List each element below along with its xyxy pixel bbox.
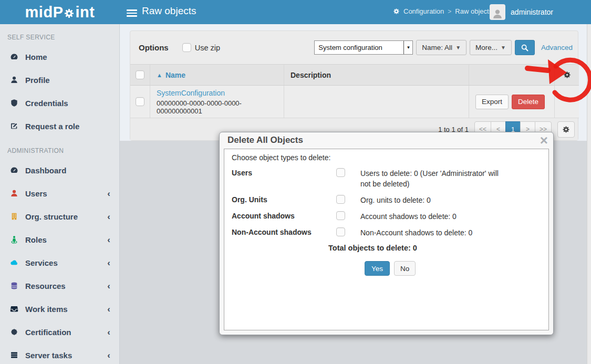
account-shadows-info: Account shadows to delete: 0: [360, 211, 503, 222]
select-arrow-icon: ▼: [403, 41, 412, 54]
sidebar-item-server-tasks[interactable]: Server tasks ‹: [0, 344, 119, 364]
name-filter-label: Name: All: [422, 44, 452, 51]
column-header-actions: [469, 64, 555, 86]
use-zip-label: Use zip: [195, 44, 220, 52]
column-header-config: [555, 64, 579, 86]
cloud-icon: [10, 258, 18, 267]
org-units-checkbox[interactable]: [336, 195, 345, 204]
options-toolbar: Options Use zip System configuration ▼ N…: [130, 31, 578, 64]
export-button[interactable]: Export: [475, 95, 509, 109]
sidebar-item-work-items[interactable]: Work items ‹: [0, 297, 119, 320]
sidebar-item-request-a-role[interactable]: Request a role: [0, 115, 119, 138]
inbox-icon: [10, 305, 18, 313]
no-button[interactable]: No: [394, 261, 416, 276]
more-dropdown[interactable]: More... ▼: [470, 40, 512, 55]
caret-down-icon: ▼: [501, 45, 506, 50]
objects-table: ▲ Name Description SystemConfiguration 0…: [130, 64, 578, 118]
street-view-icon: [10, 235, 18, 244]
chevron-left-icon: ‹: [107, 258, 110, 267]
object-type-select-value: System configuration: [315, 44, 403, 51]
breadcrumb-current[interactable]: Raw objects: [455, 7, 492, 15]
chevron-left-icon: ‹: [107, 235, 110, 244]
sidebar-item-label: Roles: [25, 235, 47, 244]
search-icon: [521, 44, 529, 52]
table-settings-button[interactable]: [557, 121, 575, 138]
sidebar-item-label: Dashboard: [25, 166, 66, 175]
delete-button[interactable]: Delete: [512, 95, 545, 109]
description-column-label: Description: [291, 71, 331, 79]
delete-all-objects-dialog: Delete All Objects × Choose object types…: [219, 132, 554, 335]
use-zip-checkbox[interactable]: [182, 43, 191, 52]
options-label: Options: [139, 43, 169, 52]
sidebar-item-org-structure[interactable]: Org. structure ‹: [0, 205, 119, 228]
name-filter-dropdown[interactable]: Name: All ▼: [416, 40, 466, 55]
raw-objects-panel: Options Use zip System configuration ▼ N…: [130, 30, 578, 141]
chevron-left-icon: ‹: [107, 189, 110, 198]
select-all-checkbox[interactable]: [136, 70, 144, 79]
object-type-select[interactable]: System configuration ▼: [314, 40, 413, 55]
database-icon: [10, 282, 18, 290]
sidebar-item-label: Services: [25, 258, 58, 267]
use-zip-option[interactable]: Use zip: [182, 43, 220, 52]
top-header: midPint Raw objects Configuration > Raw …: [0, 0, 591, 24]
sidebar-item-dashboard[interactable]: Dashboard: [0, 159, 119, 182]
user-menu[interactable]: administrator: [490, 4, 553, 20]
header-select-all-cell: [130, 64, 150, 86]
sidebar-item-credentials[interactable]: Credentials: [0, 91, 119, 115]
breadcrumb-section[interactable]: Configuration: [403, 7, 444, 15]
users-checkbox[interactable]: [336, 168, 345, 177]
logo-text-post: int: [75, 4, 95, 21]
object-oid: 00000000-0000-0000-0000-000000000001: [157, 99, 284, 115]
tachometer-icon: [10, 53, 18, 61]
users-label: Users: [232, 168, 336, 189]
row-checkbox[interactable]: [136, 97, 144, 106]
sidebar-toggle-button[interactable]: [127, 8, 137, 18]
sidebar-item-home[interactable]: Home: [0, 45, 119, 68]
close-icon[interactable]: ×: [540, 132, 548, 149]
sidebar-item-label: Resources: [25, 282, 66, 290]
sidebar-item-users[interactable]: Users ‹: [0, 182, 119, 205]
non-account-shadows-checkbox[interactable]: [336, 227, 345, 236]
advanced-search-link[interactable]: Advanced: [541, 44, 573, 51]
sidebar-item-label: Profile: [25, 76, 50, 85]
logo-gear-icon: [64, 4, 75, 22]
chevron-left-icon: ‹: [107, 328, 110, 337]
object-name-link[interactable]: SystemConfiguration: [157, 89, 225, 97]
sidebar-item-label: Users: [25, 189, 47, 198]
sidebar-item-label: Home: [25, 53, 47, 61]
breadcrumb-separator: >: [448, 8, 451, 15]
scrollbar-track[interactable]: [587, 24, 591, 364]
sidebar-item-profile[interactable]: Profile: [0, 68, 119, 91]
page-title: Raw objects: [142, 5, 196, 17]
column-header-name[interactable]: ▲ Name: [150, 64, 284, 86]
search-button[interactable]: [515, 40, 535, 55]
chevron-left-icon: ‹: [107, 305, 110, 314]
sidebar-item-services[interactable]: Services ‹: [0, 251, 119, 274]
chevron-left-icon: ‹: [107, 212, 110, 221]
users-icon: [10, 189, 18, 197]
sidebar-item-label: Certification: [25, 328, 71, 337]
sidebar-item-certification[interactable]: Certification ‹: [0, 320, 119, 344]
breadcrumb: Configuration > Raw objects: [393, 7, 492, 15]
app-logo[interactable]: midPint: [0, 0, 120, 24]
sidebar-section-self-service: SELF SERVICE: [0, 24, 119, 45]
org-units-info: Org. units to delete: 0: [360, 195, 503, 205]
row-name-cell: SystemConfiguration 00000000-0000-0000-0…: [150, 86, 284, 118]
dialog-prompt: Choose object types to delete:: [224, 149, 548, 162]
row-description-cell: [284, 86, 469, 118]
gear-icon[interactable]: [563, 71, 571, 79]
sidebar-item-resources[interactable]: Resources ‹: [0, 274, 119, 297]
edit-icon: [10, 122, 18, 130]
building-icon: [10, 212, 18, 221]
yes-button[interactable]: Yes: [365, 261, 390, 276]
tachometer-icon: [10, 166, 18, 174]
column-header-description: Description: [284, 64, 469, 86]
sidebar: SELF SERVICE Home Profile Credentials Re…: [0, 24, 120, 364]
org-units-label: Org. Units: [232, 195, 336, 205]
username: administrator: [511, 8, 553, 16]
dialog-title: Delete All Objects: [227, 135, 303, 145]
sidebar-item-roles[interactable]: Roles ‹: [0, 228, 119, 251]
sidebar-item-label: Work items: [25, 305, 68, 314]
account-shadows-checkbox[interactable]: [336, 211, 345, 220]
sidebar-item-label: Request a role: [25, 122, 79, 131]
